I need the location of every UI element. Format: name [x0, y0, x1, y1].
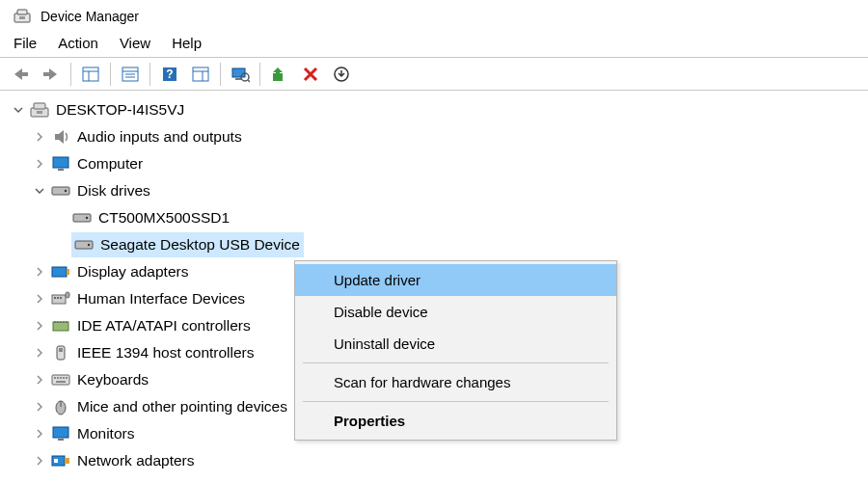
- disk-drive-icon: [73, 234, 95, 255]
- disk-drive-icon: [71, 207, 93, 228]
- svg-rect-61: [52, 456, 65, 466]
- network-adapter-icon: [50, 450, 71, 471]
- tree-item-label: IEEE 1394 host controllers: [77, 344, 255, 362]
- context-menu: Update driver Disable device Uninstall d…: [294, 260, 617, 441]
- chevron-right-icon[interactable]: [31, 155, 48, 173]
- svg-rect-2: [19, 16, 25, 19]
- ctx-properties[interactable]: Properties: [295, 405, 616, 437]
- speaker-icon: [50, 126, 71, 147]
- uninstall-device-button[interactable]: [327, 61, 356, 88]
- firewire-icon: [50, 342, 71, 363]
- scan-hardware-button[interactable]: [226, 61, 255, 88]
- tree-item-label: IDE ATA/ATAPI controllers: [77, 317, 251, 335]
- ctx-update-driver[interactable]: Update driver: [295, 264, 616, 296]
- tree-item-disk-child-selected[interactable]: Seagate Desktop USB Device: [10, 231, 868, 258]
- keyboard-icon: [50, 369, 71, 390]
- ctx-disable-device[interactable]: Disable device: [295, 296, 616, 328]
- properties-button[interactable]: [116, 61, 145, 88]
- forward-button[interactable]: [37, 61, 66, 88]
- svg-rect-49: [59, 348, 63, 352]
- svg-rect-59: [53, 427, 68, 438]
- svg-point-32: [86, 217, 88, 219]
- toolbar: ?: [0, 58, 868, 91]
- toolbar-separator: [70, 63, 71, 86]
- svg-rect-4: [43, 72, 51, 76]
- monitor-icon: [50, 423, 71, 444]
- chevron-right-icon[interactable]: [31, 344, 48, 362]
- toolbar-separator: [110, 63, 111, 86]
- tree-root-row[interactable]: DESKTOP-I4IS5VJ: [10, 96, 868, 123]
- svg-rect-42: [53, 322, 68, 331]
- tree-root-label: DESKTOP-I4IS5VJ: [56, 101, 184, 119]
- monitor-icon: [50, 153, 71, 174]
- tree-item-label: Mice and other pointing devices: [77, 398, 287, 415]
- menu-view[interactable]: View: [120, 35, 150, 51]
- chevron-right-icon[interactable]: [31, 263, 48, 281]
- svg-rect-36: [67, 269, 69, 275]
- tree-item-label: Keyboards: [77, 371, 149, 388]
- computer-icon: [29, 99, 50, 120]
- chevron-down-icon[interactable]: [31, 182, 48, 200]
- chevron-right-icon[interactable]: [31, 398, 48, 415]
- tree-item-label: Disk drives: [77, 182, 150, 200]
- tree-item-audio[interactable]: Audio inputs and outputs: [10, 123, 868, 150]
- svg-rect-27: [53, 157, 68, 168]
- svg-rect-35: [52, 267, 67, 277]
- svg-rect-39: [57, 297, 59, 299]
- svg-rect-38: [54, 297, 56, 299]
- tree-item-disk-child[interactable]: CT500MX500SSD1: [10, 204, 868, 231]
- titlebar: Device Manager: [0, 0, 868, 29]
- svg-point-34: [88, 244, 90, 246]
- disable-device-button[interactable]: [296, 61, 325, 88]
- chevron-right-icon[interactable]: [31, 317, 48, 335]
- ide-controller-icon: [50, 315, 71, 336]
- toolbar-separator: [259, 63, 260, 86]
- svg-rect-51: [54, 377, 56, 379]
- display-adapter-icon: [50, 261, 71, 282]
- back-button[interactable]: [6, 61, 35, 88]
- svg-rect-31: [73, 214, 91, 222]
- ctx-scan-hardware[interactable]: Scan for hardware changes: [295, 366, 616, 398]
- chevron-right-icon[interactable]: [31, 452, 48, 469]
- menu-help[interactable]: Help: [172, 35, 202, 51]
- menu-action[interactable]: Action: [58, 35, 98, 51]
- tree-item-label: Human Interface Devices: [77, 290, 245, 308]
- svg-rect-50: [52, 375, 69, 385]
- tree-item-disk-drives[interactable]: Disk drives: [10, 177, 868, 204]
- update-driver-button[interactable]: [265, 61, 294, 88]
- device-manager-icon: [14, 8, 31, 25]
- svg-rect-55: [66, 377, 68, 379]
- context-menu-separator: [303, 362, 609, 363]
- tree-item-computer[interactable]: Computer: [10, 150, 868, 177]
- svg-rect-5: [83, 67, 98, 81]
- tree-item-label: Computer: [77, 155, 143, 173]
- disk-drive-icon: [50, 180, 71, 201]
- show-hide-console-tree-button[interactable]: [76, 61, 105, 88]
- chevron-down-icon[interactable]: [10, 101, 27, 119]
- svg-rect-52: [57, 377, 59, 379]
- action-pane-button[interactable]: [186, 61, 215, 88]
- chevron-right-icon[interactable]: [31, 128, 48, 146]
- help-button[interactable]: ?: [155, 61, 184, 88]
- chevron-right-icon[interactable]: [31, 371, 48, 388]
- chevron-right-icon[interactable]: [31, 290, 48, 308]
- chevron-right-icon[interactable]: [31, 425, 48, 442]
- window-title: Device Manager: [41, 9, 139, 24]
- tree-item-label: Audio inputs and outputs: [77, 128, 242, 146]
- tree-item-label: CT500MX500SSD1: [98, 209, 230, 227]
- svg-rect-29: [52, 187, 69, 195]
- svg-rect-56: [56, 381, 66, 383]
- svg-rect-22: [276, 71, 280, 75]
- svg-line-20: [248, 80, 250, 82]
- svg-rect-53: [60, 377, 62, 379]
- svg-rect-3: [20, 72, 28, 76]
- tree-item-label: Seagate Desktop USB Device: [100, 236, 300, 254]
- svg-rect-60: [58, 439, 64, 441]
- menubar: File Action View Help: [0, 29, 868, 58]
- mouse-icon: [50, 396, 71, 417]
- menu-file[interactable]: File: [14, 35, 37, 51]
- ctx-uninstall-device[interactable]: Uninstall device: [295, 328, 616, 360]
- tree-item-network[interactable]: Network adapters: [10, 447, 868, 474]
- toolbar-separator: [149, 63, 150, 86]
- svg-rect-1: [17, 10, 27, 14]
